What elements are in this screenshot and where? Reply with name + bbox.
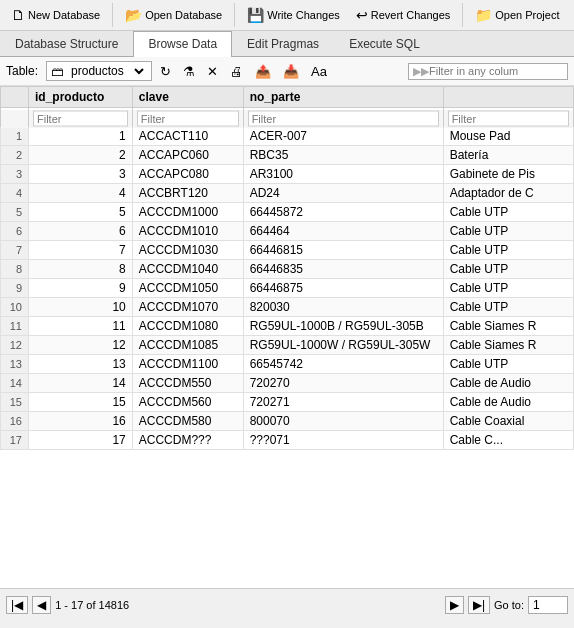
id-cell: 8: [29, 260, 133, 279]
table-row[interactable]: 55ACCCDM100066445872Cable UTP: [1, 203, 574, 222]
table-row[interactable]: 33ACCAPC080AR3100Gabinete de Pis: [1, 165, 574, 184]
open-project-button[interactable]: 📁 Open Project: [468, 4, 566, 26]
column-header-row: id_producto clave no_parte: [1, 87, 574, 108]
col-no-parte-header[interactable]: no_parte: [243, 87, 443, 108]
statusbar: |◀ ◀ 1 - 17 of 14816 ▶ ▶| Go to:: [0, 588, 574, 620]
filter-no-parte-input[interactable]: [248, 111, 439, 127]
revert-changes-button[interactable]: ↩ Revert Changes: [349, 4, 458, 26]
id-cell: 1: [29, 127, 133, 146]
col4-cell: Mouse Pad: [443, 127, 573, 146]
column-filter-input[interactable]: [429, 65, 563, 77]
id-cell: 17: [29, 431, 133, 450]
filter-clave-input[interactable]: [137, 111, 239, 127]
table-row[interactable]: 77ACCCDM103066446815Cable UTP: [1, 241, 574, 260]
column-filter-box[interactable]: ▶▶: [408, 63, 568, 80]
tab-browse-data[interactable]: Browse Data: [133, 31, 232, 57]
table-row[interactable]: 1414ACCCDM550720270Cable de Audio: [1, 374, 574, 393]
no-parte-cell: RG59UL-1000W / RG59UL-305W: [243, 336, 443, 355]
open-database-icon: 📂: [125, 7, 142, 23]
goto-input[interactable]: [528, 596, 568, 614]
import-button[interactable]: 📥: [279, 62, 303, 81]
col-id-header[interactable]: id_producto: [29, 87, 133, 108]
id-cell: 2: [29, 146, 133, 165]
filter-id-input[interactable]: [33, 111, 128, 127]
table-row[interactable]: 1010ACCCDM1070820030Cable UTP: [1, 298, 574, 317]
filter-button[interactable]: ⚗: [179, 62, 199, 81]
row-number-cell: 14: [1, 374, 29, 393]
row-number-cell: 3: [1, 165, 29, 184]
col-clave-header[interactable]: clave: [132, 87, 243, 108]
clave-cell: ACCCDM1010: [132, 222, 243, 241]
table-row[interactable]: 1717ACCCDM??????071Cable C...: [1, 431, 574, 450]
tab-database-structure[interactable]: Database Structure: [0, 31, 133, 56]
table-icon: 🗃: [51, 64, 64, 79]
table-row[interactable]: 44ACCBRT120AD24Adaptador de C: [1, 184, 574, 203]
id-cell: 3: [29, 165, 133, 184]
row-number-header: [1, 87, 29, 108]
table-row[interactable]: 22ACCAPC060RBC35Batería: [1, 146, 574, 165]
filter-row: [1, 108, 574, 127]
filter-col4-input[interactable]: [448, 111, 569, 127]
data-table-area: id_producto clave no_parte 11ACCACT110AC…: [0, 86, 574, 588]
id-cell: 4: [29, 184, 133, 203]
row-number-cell: 12: [1, 336, 29, 355]
row-number-cell: 7: [1, 241, 29, 260]
table-select[interactable]: productos: [67, 63, 147, 79]
id-cell: 12: [29, 336, 133, 355]
row-number-cell: 17: [1, 431, 29, 450]
table-row[interactable]: 66ACCCDM1010664464Cable UTP: [1, 222, 574, 241]
table-row[interactable]: 99ACCCDM105066446875Cable UTP: [1, 279, 574, 298]
col-id-filter[interactable]: [29, 109, 133, 128]
open-database-button[interactable]: 📂 Open Database: [118, 4, 229, 26]
no-parte-cell: 66446815: [243, 241, 443, 260]
tab-edit-pragmas[interactable]: Edit Pragmas: [232, 31, 334, 56]
tab-bar: Database Structure Browse Data Edit Prag…: [0, 31, 574, 57]
col4-cell: Cable UTP: [443, 279, 573, 298]
table-selector[interactable]: 🗃 productos: [46, 61, 152, 81]
clave-cell: ACCAPC080: [132, 165, 243, 184]
goto-label: Go to:: [494, 599, 524, 611]
filter-icon: ▶▶: [413, 65, 429, 78]
table-row[interactable]: 11ACCACT110ACER-007Mouse Pad: [1, 127, 574, 146]
new-database-button[interactable]: 🗋 New Database: [4, 4, 107, 26]
no-parte-cell: 720271: [243, 393, 443, 412]
table-row[interactable]: 88ACCCDM104066446835Cable UTP: [1, 260, 574, 279]
row-number-filter: [1, 109, 29, 128]
table-row[interactable]: 1111ACCCDM1080RG59UL-1000B / RG59UL-305B…: [1, 317, 574, 336]
no-parte-cell: 66545742: [243, 355, 443, 374]
refresh-button[interactable]: ↻: [156, 62, 175, 81]
clave-cell: ACCCDM1030: [132, 241, 243, 260]
table-body: 11ACCACT110ACER-007Mouse Pad22ACCAPC060R…: [1, 127, 574, 450]
col-clave-filter[interactable]: [132, 109, 243, 128]
last-page-button[interactable]: ▶|: [468, 596, 490, 614]
clave-cell: ACCCDM1000: [132, 203, 243, 222]
write-changes-icon: 💾: [247, 7, 264, 23]
first-page-button[interactable]: |◀: [6, 596, 28, 614]
table-row[interactable]: 1313ACCCDM110066545742Cable UTP: [1, 355, 574, 374]
next-page-button[interactable]: ▶: [445, 596, 464, 614]
col4-cell: Cable de Audio: [443, 393, 573, 412]
text-button[interactable]: Aa: [307, 62, 331, 81]
col4-header[interactable]: [443, 87, 573, 108]
revert-changes-icon: ↩: [356, 7, 368, 23]
id-cell: 14: [29, 374, 133, 393]
filter-clear-button[interactable]: ✕: [203, 62, 222, 81]
row-number-cell: 6: [1, 222, 29, 241]
table-row[interactable]: 1515ACCCDM560720271Cable de Audio: [1, 393, 574, 412]
col4-cell: Cable UTP: [443, 222, 573, 241]
tab-execute-sql[interactable]: Execute SQL: [334, 31, 435, 56]
clave-cell: ACCCDM???: [132, 431, 243, 450]
table-row[interactable]: 1212ACCCDM1085RG59UL-1000W / RG59UL-305W…: [1, 336, 574, 355]
no-parte-cell: 664464: [243, 222, 443, 241]
export-button[interactable]: 📤: [251, 62, 275, 81]
table-row[interactable]: 1616ACCCDM580800070Cable Coaxial: [1, 412, 574, 431]
col4-filter[interactable]: [443, 109, 573, 128]
no-parte-cell: AD24: [243, 184, 443, 203]
print-button[interactable]: 🖨: [226, 62, 247, 81]
prev-page-button[interactable]: ◀: [32, 596, 51, 614]
id-cell: 16: [29, 412, 133, 431]
col-no-parte-filter[interactable]: [243, 109, 443, 128]
write-changes-button[interactable]: 💾 Write Changes: [240, 4, 347, 26]
col4-cell: Cable UTP: [443, 260, 573, 279]
id-cell: 11: [29, 317, 133, 336]
